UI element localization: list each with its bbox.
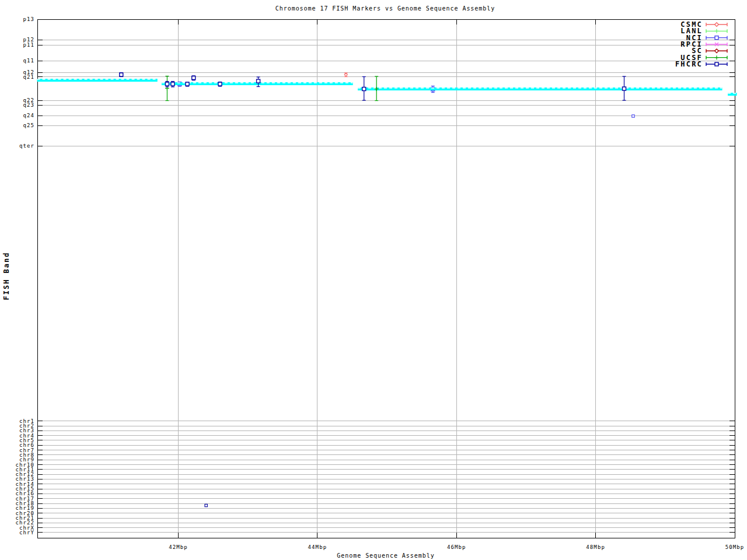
y-tick-label: q11 xyxy=(23,58,34,64)
marker-FHCRC xyxy=(171,82,174,88)
y-tick-label: p11 xyxy=(23,42,34,48)
marker-FHCRC xyxy=(362,77,366,101)
marker-FHCRC xyxy=(186,82,189,86)
marker-FHCRC xyxy=(623,76,626,100)
x-tick-label: 42Mbp xyxy=(169,544,188,550)
marker-FHCRC xyxy=(257,77,260,87)
marker-NCI xyxy=(632,115,634,117)
marker-FHCRC xyxy=(192,76,196,80)
marker-UCSF xyxy=(165,76,169,101)
y-tick-label: q23 xyxy=(23,102,34,108)
marker-FHCRC xyxy=(165,82,169,88)
y-tick-label: p13 xyxy=(23,16,34,22)
chart-page: Chromosome 17 FISH Markers vs Genome Seq… xyxy=(0,0,747,560)
markers xyxy=(120,73,634,507)
chr-tick-label: chrY xyxy=(19,530,34,536)
chart-canvas: p13p12p11q11q12q21q22q23q24q25qterchr1ch… xyxy=(0,0,747,560)
marker-FHCRC xyxy=(120,73,123,77)
x-tick-label: 48Mbp xyxy=(586,544,605,550)
marker-FHCRC xyxy=(205,504,207,506)
legend-row-rpci: RPCI xyxy=(680,40,727,48)
marker-CSMC xyxy=(344,73,348,77)
assembly-track xyxy=(37,79,737,96)
y-tick-label: q21 xyxy=(23,74,34,80)
x-tick-label: 44Mbp xyxy=(308,544,327,550)
x-tick-label: 46Mbp xyxy=(447,544,466,550)
tick-labels: p13p12p11q11q12q21q22q23q24q25qterchr1ch… xyxy=(15,16,744,550)
y-tick-label: qter xyxy=(19,143,34,149)
marker-FHCRC xyxy=(218,82,222,87)
legend-row-fhcrc: FHCRC xyxy=(675,60,727,68)
y-tick-label: q24 xyxy=(23,113,34,118)
y-tick-label: q25 xyxy=(23,123,34,128)
legend: CSMCLANLNCIRPCISCUCSFFHCRC xyxy=(675,20,727,68)
legend-label: FHCRC xyxy=(675,60,703,68)
x-tick-label: 50Mbp xyxy=(725,544,745,550)
gridlines xyxy=(37,19,735,538)
